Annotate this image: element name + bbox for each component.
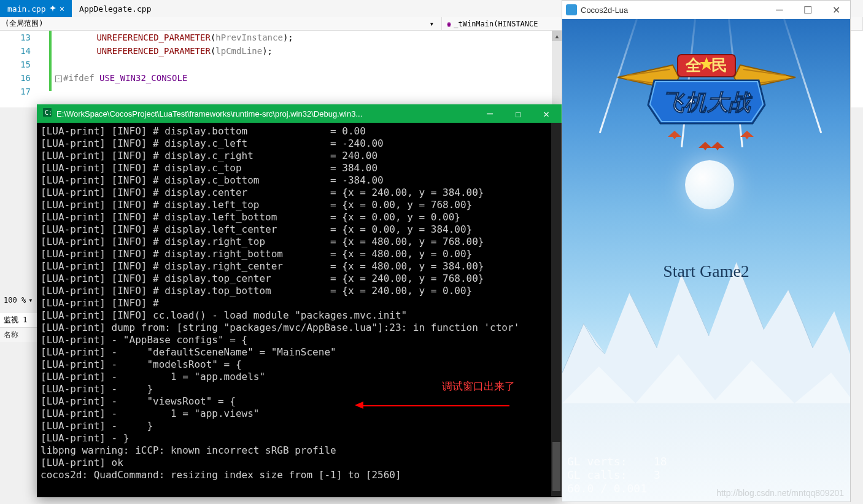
plane-icon: [711, 142, 724, 150]
console-window: C: E:\WorkSpace\CocosProject\LuaTest\fra…: [37, 104, 562, 497]
start-game-button[interactable]: Start Game2: [663, 262, 749, 281]
cocos-icon: [566, 4, 577, 15]
tab-main-cpp[interactable]: main.cpp ×: [0, 0, 72, 17]
console-scrollbar[interactable]: [551, 123, 562, 496]
annotation-text: 调试窗口出来了: [442, 379, 515, 394]
change-marker-gutter: [37, 31, 55, 107]
scope-label: (全局范围): [5, 18, 43, 29]
scroll-up-icon[interactable]: ▲: [552, 31, 562, 41]
game-titlebar[interactable]: Cocos2d-Lua ─ ☐ ✕: [562, 1, 850, 19]
console-title: E:\WorkSpace\CocosProject\LuaTest\framew…: [56, 109, 476, 118]
function-icon: ◉: [447, 20, 451, 28]
tab-label: main.cpp: [7, 4, 46, 14]
annotation-arrow-line: [362, 405, 509, 406]
console-output[interactable]: [LUA-print] [INFO] # display.bottom = 0.…: [37, 123, 562, 496]
scope-function-label: _tWinMain(HINSTANCE: [454, 20, 538, 28]
close-icon[interactable]: ×: [60, 4, 64, 14]
collapse-toggle[interactable]: -: [55, 76, 62, 82]
minimize-button[interactable]: ─: [476, 104, 504, 123]
game-window: Cocos2d-Lua ─ ☐ ✕: [562, 0, 851, 502]
annotation-arrow-head: [355, 401, 363, 409]
minimize-button[interactable]: ─: [765, 1, 794, 19]
close-button[interactable]: ✕: [532, 104, 560, 123]
console-titlebar[interactable]: C: E:\WorkSpace\CocosProject\LuaTest\fra…: [37, 104, 562, 123]
app-icon: C:: [38, 107, 56, 120]
chevron-down-icon: ▾: [430, 20, 436, 28]
close-button[interactable]: ✕: [822, 1, 850, 19]
scrollbar-thumb[interactable]: [552, 442, 560, 491]
game-title: Cocos2d-Lua: [581, 6, 765, 15]
watch-header-name: 名称: [0, 328, 37, 342]
maximize-button[interactable]: ☐: [794, 1, 822, 19]
plane-icon: [668, 131, 681, 139]
svg-text:飞机大战: 飞机大战: [662, 90, 753, 115]
zoom-control[interactable]: 100 % ▾: [0, 295, 36, 306]
line-number-gutter: 1314151617: [0, 31, 37, 107]
watch-panel: 监视 1 名称: [0, 313, 37, 342]
watermark-text: http://blog.csdn.net/mntqq809201: [716, 488, 844, 498]
plane-icon: [740, 131, 754, 139]
tab-label: AppDelegate.cpp: [79, 4, 151, 14]
plane-icon: [699, 142, 712, 150]
chevron-down-icon: ▾: [28, 296, 33, 304]
zoom-label: 100 %: [4, 296, 26, 304]
svg-text:C:: C:: [45, 109, 52, 116]
tab-appdelegate-cpp[interactable]: AppDelegate.cpp: [72, 0, 158, 17]
watch-tab[interactable]: 监视 1: [0, 313, 37, 328]
game-viewport[interactable]: 全 民 飞机大战 Start Game2 GL verts: 18 GL cal…: [562, 19, 850, 502]
scope-dropdown-left[interactable]: (全局范围) ▾: [0, 17, 442, 30]
maximize-button[interactable]: ☐: [504, 104, 532, 123]
gl-stats: GL verts: 18 GL calls: 3 60.0 / 0.001: [567, 455, 667, 495]
pin-icon: [50, 4, 56, 14]
game-logo: 全 民 飞机大战: [611, 44, 802, 130]
